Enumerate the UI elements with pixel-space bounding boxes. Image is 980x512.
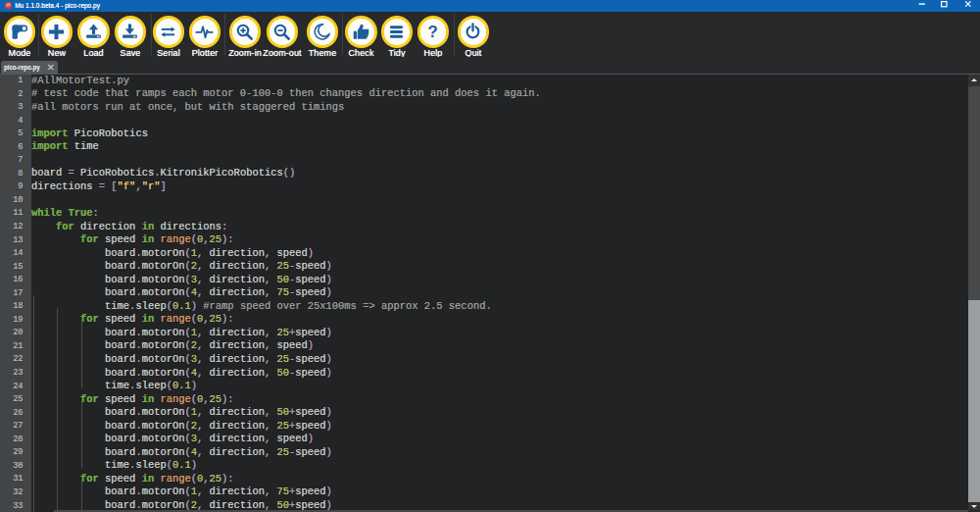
svg-text:?: ?	[428, 23, 438, 41]
